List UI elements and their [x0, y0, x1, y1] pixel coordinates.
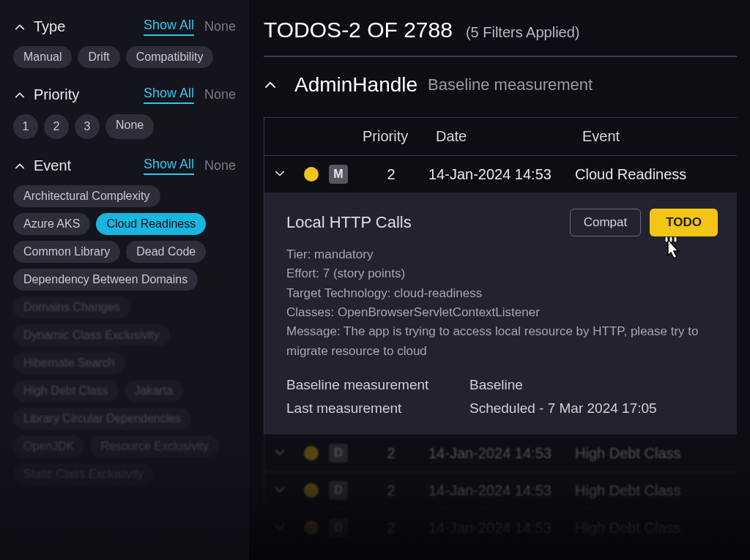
cell-event: High Debt Class [575, 482, 737, 499]
detail-header: Local HTTP Calls Compat TODO [286, 209, 718, 236]
chevron-down-icon[interactable] [275, 483, 304, 499]
status-dot [304, 520, 319, 535]
page-title-row: TODOS-2 OF 2788 (5 Filters Applied) [264, 18, 737, 42]
chevron-up-icon[interactable] [13, 20, 26, 34]
filter-header: Event Show All None [13, 157, 236, 175]
chevron-down-icon[interactable] [275, 558, 304, 560]
cell-priority: 2 [354, 482, 428, 499]
entity-subtitle: Baseline measurement [428, 75, 593, 94]
table-row[interactable]: D 2 14-Jan-2024 14:53 High Debt Class [264, 471, 737, 509]
table-row[interactable]: D 2 14-Jan-2024 14:53 High Debt Class [264, 546, 737, 560]
status-dot [304, 446, 319, 460]
status-dot [304, 483, 319, 498]
row-type-tag: D [329, 556, 348, 560]
chip-drift[interactable]: Drift [78, 46, 119, 68]
grid-header: Priority Date Event [264, 117, 737, 155]
filter-title: Type [34, 18, 65, 35]
show-all-link[interactable]: Show All [144, 18, 194, 36]
detail-target-tech: Target Technology: cloud-readiness [286, 284, 718, 303]
main-panel: TODOS-2 OF 2788 (5 Filters Applied) Admi… [264, 18, 737, 560]
cell-date: 14-Jan-2024 14:53 [428, 557, 575, 560]
last-value: Scheduled - 7 Mar 2024 17:05 [469, 400, 718, 417]
detail-effort: Effort: 7 (story points) [286, 264, 718, 283]
table-row[interactable]: D 2 14-Jan-2024 14:53 High Debt Class [264, 434, 737, 471]
chip-event[interactable]: Dependency Between Domains [13, 269, 198, 291]
show-all-link[interactable]: Show All [144, 86, 194, 104]
svg-rect-0 [665, 236, 668, 242]
chevron-up-icon[interactable] [13, 89, 26, 102]
row-detail-panel: Local HTTP Calls Compat TODO Tier: manda… [264, 193, 737, 434]
detail-classes: Classes: OpenBrowserServletContextListen… [286, 303, 718, 322]
none-link[interactable]: None [204, 87, 236, 102]
filters-applied: (5 Filters Applied) [466, 24, 580, 41]
entity-header[interactable]: AdminHandle Baseline measurement [264, 73, 737, 97]
col-date: Date [436, 128, 582, 145]
detail-body: Tier: mandatory Effort: 7 (story points)… [286, 245, 718, 361]
filter-header: Priority Show All None [13, 86, 236, 104]
chip-event[interactable]: Dynamic Class Exclusivity [13, 324, 170, 346]
chevron-down-icon[interactable] [275, 520, 304, 536]
filter-section-type: Type Show All None Manual Drift Compatib… [13, 18, 236, 68]
none-link[interactable]: None [204, 19, 236, 34]
cell-event: Cloud Readiness [575, 166, 737, 183]
filter-sidebar: Type Show All None Manual Drift Compatib… [0, 0, 249, 560]
chip-event[interactable]: Architectural Complexity [13, 185, 160, 207]
cell-date: 14-Jan-2024 14:53 [428, 520, 575, 537]
cell-event: High Debt Class [575, 557, 737, 560]
chip-manual[interactable]: Manual [13, 46, 72, 68]
chevron-up-icon[interactable] [13, 160, 26, 173]
last-label: Last measurement [286, 400, 469, 417]
chip-event[interactable]: Jakarta [125, 380, 183, 402]
chip-event[interactable]: Static Class Exclusivity [13, 463, 154, 485]
col-event: Event [582, 128, 737, 145]
chevron-up-icon[interactable] [264, 78, 277, 92]
chip-event[interactable]: Azure AKS [13, 213, 90, 235]
filter-section-priority: Priority Show All None 1 2 3 None [13, 86, 236, 139]
show-all-link[interactable]: Show All [144, 157, 194, 175]
row-type-tag: D [329, 444, 348, 463]
detail-footer: Baseline measurement Baseline Last measu… [286, 377, 718, 417]
filter-title: Priority [34, 86, 79, 103]
title-divider [264, 56, 737, 57]
todo-button[interactable]: TODO [650, 209, 718, 236]
entity-name: AdminHandle [294, 73, 417, 97]
baseline-label: Baseline measurement [286, 377, 469, 393]
event-chips: Architectural Complexity Azure AKS Cloud… [13, 185, 236, 485]
row-type-tag: D [329, 518, 348, 537]
chip-event[interactable]: High Debt Class [13, 380, 119, 402]
chip-event[interactable]: Domains Changes [13, 296, 130, 318]
compat-button[interactable]: Compat [570, 209, 642, 236]
cell-priority: 2 [354, 557, 428, 560]
chip-priority-2[interactable]: 2 [44, 114, 69, 139]
chip-priority-none[interactable]: None [105, 114, 154, 139]
chip-event[interactable]: Hibernate Search [13, 352, 125, 374]
row-type-tag: M [329, 165, 348, 184]
detail-title: Local HTTP Calls [286, 213, 412, 232]
chip-event[interactable]: Resource Exclusivity [90, 436, 219, 458]
detail-tier: Tier: mandatory [286, 245, 718, 264]
svg-rect-2 [674, 236, 677, 242]
baseline-value: Baseline [469, 377, 718, 393]
table-row[interactable]: M 2 14-Jan-2024 14:53 Cloud Readiness [264, 155, 737, 193]
chip-priority-3[interactable]: 3 [75, 114, 100, 139]
chip-event[interactable]: Library Circular Dependencies [13, 408, 191, 430]
chevron-down-icon[interactable] [275, 446, 304, 461]
chip-event-selected[interactable]: Cloud Readiness [96, 213, 206, 235]
cell-priority: 2 [354, 166, 428, 183]
cell-date: 14-Jan-2024 14:53 [428, 166, 575, 183]
chip-event[interactable]: Dead Code [126, 241, 206, 263]
priority-chips: 1 2 3 None [13, 114, 236, 139]
table-row[interactable]: D 2 14-Jan-2024 14:53 High Debt Class [264, 509, 737, 546]
chip-event[interactable]: Common Library [13, 241, 120, 263]
chip-compatibility[interactable]: Compatibility [126, 46, 214, 68]
chevron-down-icon[interactable] [275, 167, 304, 182]
cell-date: 14-Jan-2024 14:53 [428, 445, 575, 462]
chip-event[interactable]: OpenJDK [13, 436, 84, 458]
filter-section-event: Event Show All None Architectural Comple… [13, 157, 236, 485]
none-link[interactable]: None [204, 158, 236, 173]
svg-rect-1 [669, 236, 672, 242]
chip-priority-1[interactable]: 1 [13, 114, 38, 139]
cell-date: 14-Jan-2024 14:53 [428, 482, 575, 499]
detail-message: Message: The app is trying to access loc… [286, 322, 718, 361]
type-chips: Manual Drift Compatibility [13, 46, 236, 68]
